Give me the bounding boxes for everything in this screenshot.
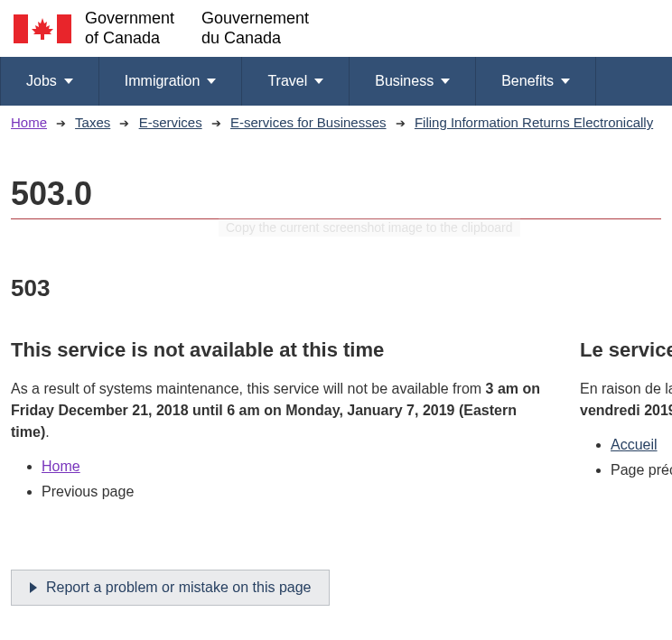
page-title: 503.0 (11, 175, 661, 219)
column-en: This service is not available at this ti… (11, 339, 544, 506)
brand-fr-line2: du Canada (201, 29, 309, 49)
breadcrumb-eservices-biz[interactable]: E-services for Businesses (230, 115, 387, 130)
arrow-right-icon: ➔ (211, 116, 221, 130)
list-item: Page précéden (611, 459, 672, 481)
breadcrumb: Home ➔ Taxes ➔ E-services ➔ E-services f… (0, 106, 672, 139)
chevron-down-icon (314, 79, 323, 84)
link-home-fr[interactable]: Accueil (611, 437, 658, 452)
brand-wordmark: Government of Canada Gouvernement du Can… (85, 9, 309, 48)
nav-benefits[interactable]: Benefits (476, 57, 596, 106)
heading-en: This service is not available at this ti… (11, 339, 544, 362)
nav-travel-label: Travel (267, 73, 307, 89)
error-code: 503 (11, 274, 661, 302)
chevron-down-icon (441, 79, 450, 84)
chevron-down-icon (64, 79, 73, 84)
main-nav: Jobs Immigration Travel Business Benefit… (0, 57, 672, 106)
arrow-right-icon: ➔ (396, 116, 406, 130)
nav-jobs[interactable]: Jobs (0, 57, 99, 106)
site-header: Government of Canada Gouvernement du Can… (0, 0, 672, 57)
report-button-label: Report a problem or mistake on this page (46, 580, 311, 596)
link-home-en[interactable]: Home (42, 459, 80, 474)
column-fr: Le service est En raison de la mise à pa… (580, 339, 672, 506)
svg-rect-2 (57, 14, 71, 43)
paragraph-en: As a result of systems maintenance, this… (11, 378, 544, 443)
nav-immigration[interactable]: Immigration (99, 57, 243, 106)
brand-fr: Gouvernement du Canada (201, 9, 309, 48)
nav-travel[interactable]: Travel (242, 57, 350, 106)
svg-rect-0 (14, 14, 28, 43)
nav-business[interactable]: Business (350, 57, 476, 106)
brand-fr-line1: Gouvernement (201, 9, 309, 29)
nav-immigration-label: Immigration (125, 73, 201, 89)
paragraph-fr: En raison de la mise à partir de 3 h, le… (580, 378, 672, 422)
breadcrumb-taxes[interactable]: Taxes (75, 115, 110, 130)
triangle-right-icon (30, 582, 37, 593)
main-content: 503.0 Copy the current screenshot image … (0, 175, 672, 640)
ghost-tooltip: Copy the current screenshot image to the… (219, 218, 520, 237)
canada-flag-icon (14, 14, 71, 43)
heading-fr: Le service est (580, 339, 672, 362)
breadcrumb-eservices[interactable]: E-services (139, 115, 202, 130)
links-fr: Accueil Page précéden (611, 434, 672, 481)
nav-jobs-label: Jobs (26, 73, 57, 89)
content-columns: This service is not available at this ti… (11, 339, 661, 506)
breadcrumb-home[interactable]: Home (11, 115, 47, 130)
chevron-down-icon (561, 79, 570, 84)
list-item: Previous page (42, 481, 544, 503)
nav-benefits-label: Benefits (501, 73, 554, 89)
list-item: Accueil (611, 434, 672, 456)
breadcrumb-filing[interactable]: Filing Information Returns Electronicall… (415, 115, 653, 130)
links-en: Home Previous page (42, 456, 544, 503)
arrow-right-icon: ➔ (119, 116, 129, 130)
arrow-right-icon: ➔ (56, 116, 66, 130)
report-problem-button[interactable]: Report a problem or mistake on this page (11, 570, 330, 606)
nav-business-label: Business (375, 73, 434, 89)
brand-en: Government of Canada (85, 9, 174, 48)
chevron-down-icon (207, 79, 216, 84)
brand-en-line2: of Canada (85, 29, 174, 49)
brand-en-line1: Government (85, 9, 174, 29)
list-item: Home (42, 456, 544, 478)
